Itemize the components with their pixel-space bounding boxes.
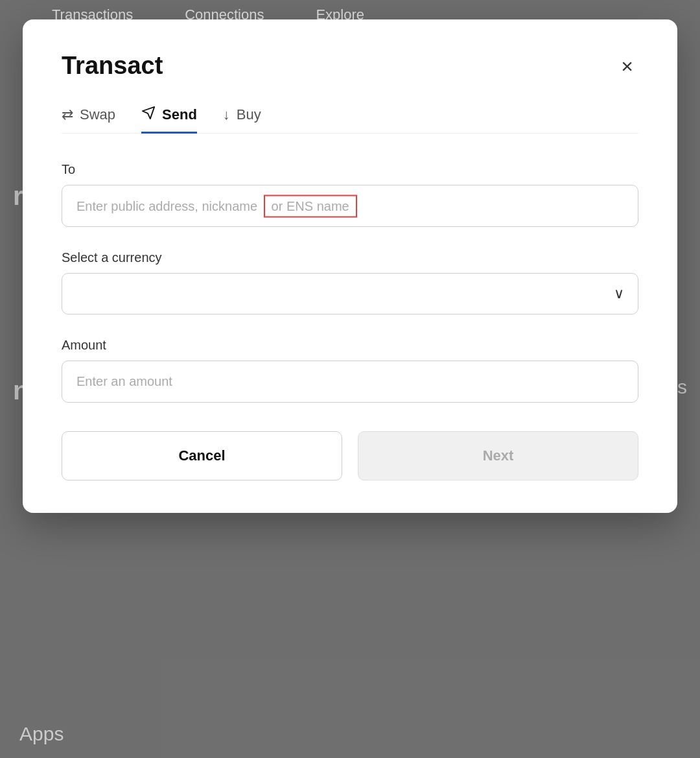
currency-select[interactable] xyxy=(62,273,638,314)
close-button[interactable]: × xyxy=(616,53,638,79)
currency-field-section: Select a currency ∨ xyxy=(62,250,638,314)
currency-select-wrapper: ∨ xyxy=(62,273,638,314)
swap-icon: ⇄ xyxy=(62,106,73,123)
tab-swap-label: Swap xyxy=(80,106,115,123)
buy-icon: ↓ xyxy=(223,106,230,123)
bg-bottom-text: Apps xyxy=(19,723,64,745)
tab-bar: ⇄ Swap Send ↓ Buy xyxy=(62,106,638,134)
tab-swap[interactable]: ⇄ Swap xyxy=(62,106,115,133)
tab-buy[interactable]: ↓ Buy xyxy=(223,106,261,133)
currency-label: Select a currency xyxy=(62,250,638,265)
amount-field-section: Amount xyxy=(62,338,638,403)
next-button[interactable]: Next xyxy=(358,431,638,480)
amount-label: Amount xyxy=(62,338,638,353)
svg-marker-0 xyxy=(143,107,154,119)
send-icon xyxy=(141,106,156,124)
to-label: To xyxy=(62,162,638,177)
tab-buy-label: Buy xyxy=(237,106,261,123)
tab-send[interactable]: Send xyxy=(141,106,197,134)
amount-input[interactable] xyxy=(62,361,638,403)
modal-footer: Cancel Next xyxy=(62,431,638,480)
to-field-section: To Enter public address, nickname or ENS… xyxy=(62,162,638,227)
address-input-wrapper: Enter public address, nickname or ENS na… xyxy=(62,185,638,227)
modal-header: Transact × xyxy=(62,52,638,80)
modal-title: Transact xyxy=(62,52,163,80)
tab-send-label: Send xyxy=(162,106,197,123)
cancel-button[interactable]: Cancel xyxy=(62,431,342,480)
transact-modal: Transact × ⇄ Swap Send ↓ Buy To Enter pu… xyxy=(23,19,677,513)
